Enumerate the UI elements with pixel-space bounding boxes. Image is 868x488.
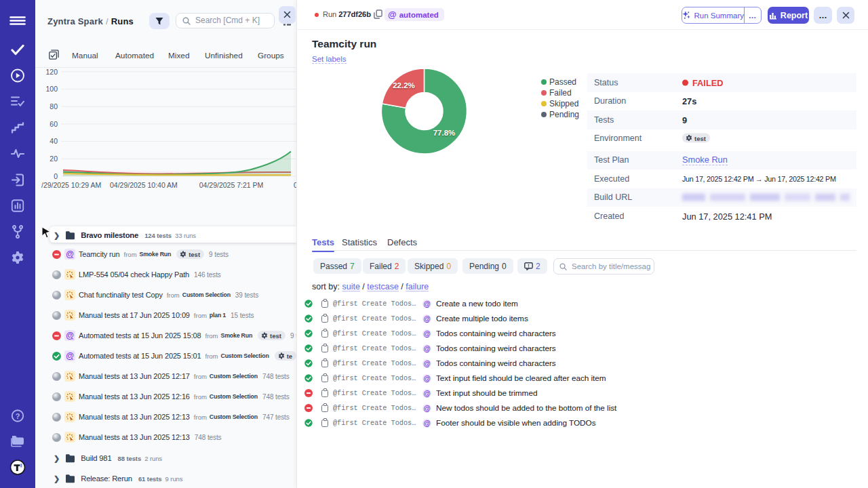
svg-text:22.2%: 22.2% <box>393 81 415 89</box>
svg-text:100: 100 <box>45 85 58 93</box>
svg-text:?: ? <box>16 412 20 420</box>
svg-text:04/29/2025 10:40 AM: 04/29/2025 10:40 AM <box>110 181 178 189</box>
svg-text:77.8%: 77.8% <box>433 129 456 137</box>
svg-text:04/29/2025 7:21 PM: 04/29/2025 7:21 PM <box>199 181 264 189</box>
svg-text:40: 40 <box>50 137 58 145</box>
svg-text:120: 120 <box>45 68 58 76</box>
svg-text:20: 20 <box>50 155 58 163</box>
svg-text:0: 0 <box>54 172 58 180</box>
svg-text:80: 80 <box>50 102 58 110</box>
svg-text:60: 60 <box>50 120 58 128</box>
svg-text:/29/2025 10:29 AM: /29/2025 10:29 AM <box>41 181 101 189</box>
